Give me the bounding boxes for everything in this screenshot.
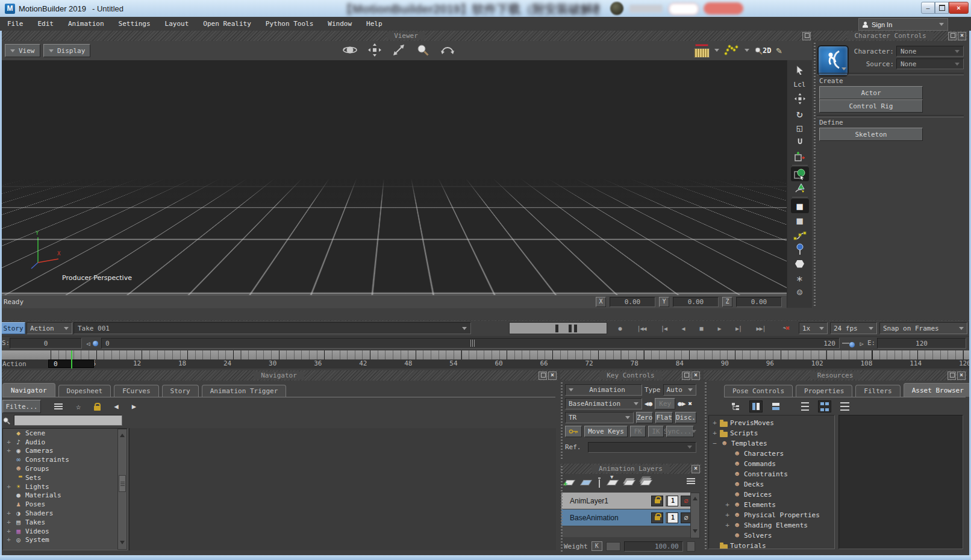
orbit-camera-icon[interactable] — [342, 43, 358, 57]
actor-button[interactable]: Actor — [819, 86, 923, 99]
tree-item-groups[interactable]: ☻Groups — [3, 464, 127, 473]
channel-dropdown[interactable]: TR — [565, 412, 634, 423]
asset-tree[interactable]: +PrevisMoves +Scripts −☻Templates ☻Chara… — [708, 415, 835, 549]
range-left-arrow[interactable]: ◁ — [84, 338, 92, 349]
dock-icon[interactable] — [682, 372, 690, 380]
previous-key-button[interactable]: |◀ — [655, 322, 672, 334]
tree-item-shaders[interactable]: +◑Shaders — [3, 509, 127, 518]
expander[interactable]: + — [6, 447, 11, 455]
expander[interactable]: + — [6, 518, 11, 526]
axis-x-value[interactable]: 0.00 — [610, 297, 655, 307]
scroll-down-icon[interactable] — [693, 529, 698, 535]
back-icon[interactable]: ◀ — [114, 402, 118, 411]
snap-mode-dropdown[interactable]: Snap on Frames — [879, 322, 967, 334]
asset-item-commands[interactable]: ☻Commands — [709, 459, 834, 469]
tree-item-system[interactable]: +◎System — [3, 536, 127, 545]
tree-item-lights[interactable]: +☀Lights — [3, 482, 127, 491]
details-view-icon[interactable] — [838, 401, 851, 412]
cube-solid-icon[interactable]: ■ — [791, 199, 809, 213]
stop-button[interactable]: ■ — [694, 322, 708, 334]
scale-tool-icon[interactable]: ◱ — [791, 120, 809, 135]
loop-off-button[interactable]: ↷ ✖ — [777, 322, 795, 334]
tree-item-videos[interactable]: +▦Videos — [3, 527, 127, 536]
navigator-search-input[interactable] — [14, 415, 122, 426]
polygon-tool-icon[interactable] — [791, 257, 809, 271]
asset-item-prevismoves[interactable]: +PrevisMoves — [709, 418, 834, 428]
null-object-icon[interactable]: ∗ — [791, 271, 809, 285]
layer-lock-icon[interactable] — [651, 512, 663, 523]
playback-speed-dropdown[interactable]: 1x — [799, 322, 828, 334]
view-button[interactable]: View — [5, 44, 40, 57]
tab-properties[interactable]: Properties — [796, 385, 852, 397]
menu-layout[interactable]: Layout — [158, 20, 196, 28]
character-controls-header[interactable]: Character Controls × — [813, 31, 967, 41]
timeline-numbers-row[interactable]: Action 0 6 12 18 24 30 36 42 48 54 60 66… — [0, 359, 971, 369]
close-icon[interactable]: × — [957, 372, 966, 380]
blurred-follow-button[interactable] — [704, 2, 743, 14]
disc-button[interactable]: Disc. — [675, 412, 696, 423]
panel-drag-handle[interactable] — [561, 382, 563, 461]
asset-item-characters[interactable]: ☻Characters — [709, 449, 834, 459]
panel-drag-handle[interactable] — [814, 43, 816, 308]
asset-item-constraints[interactable]: ☻Constraints — [709, 469, 834, 479]
record-button[interactable]: ● — [612, 322, 628, 334]
tab-fcurves[interactable]: FCurves — [114, 385, 158, 397]
merge-all-layers-icon[interactable] — [642, 479, 651, 487]
zoom-slider-handle[interactable] — [849, 342, 855, 347]
manipulator-tool-icon[interactable] — [791, 149, 809, 164]
dolly-camera-icon[interactable] — [392, 43, 406, 57]
merge-layers-icon[interactable] — [625, 479, 634, 487]
character-representation-icon[interactable] — [817, 45, 849, 76]
cube-wire-icon[interactable]: ■ — [791, 213, 809, 228]
character-dropdown[interactable]: None — [896, 46, 964, 57]
timecode-display[interactable] — [509, 322, 607, 334]
list-options-icon[interactable] — [54, 403, 63, 409]
tree-item-poses[interactable]: ♟Poses — [3, 500, 127, 509]
navigator-header[interactable]: Navigator × — [0, 370, 558, 381]
expander[interactable]: − — [712, 440, 717, 447]
delete-key-icon[interactable]: ✖ — [688, 400, 693, 408]
close-icon[interactable]: × — [548, 372, 557, 380]
viewport-3d[interactable]: Y X Producer Perspective — [0, 60, 787, 295]
splitter[interactable] — [129, 428, 130, 550]
key-controls-header[interactable]: Key Controls × — [560, 370, 701, 381]
flat-button[interactable]: Flat — [655, 412, 673, 423]
scroll-thumb[interactable] — [119, 475, 126, 492]
layer-list-empty-area[interactable] — [561, 526, 692, 537]
tree-item-takes[interactable]: +▤Takes — [3, 518, 127, 527]
filters-button[interactable]: Filte... — [2, 400, 41, 413]
scroll-up-icon[interactable] — [120, 431, 125, 437]
tab-story[interactable]: Story — [162, 385, 199, 397]
control-rig-button[interactable]: Control Rig — [819, 99, 923, 113]
blurred-badge[interactable] — [669, 3, 699, 15]
tree-item-constraints[interactable]: ∞Constraints — [3, 455, 127, 464]
anim-layer-dropdown[interactable]: BaseAnimation — [565, 398, 642, 409]
list-view-icon[interactable] — [799, 401, 811, 412]
zoom-camera-icon[interactable] — [416, 43, 430, 57]
next-key-button[interactable]: ▶| — [730, 322, 747, 334]
chevron-down-icon[interactable] — [745, 49, 749, 54]
tree-item-cameras[interactable]: +◉Cameras — [3, 447, 127, 456]
translate-tool-icon[interactable] — [791, 92, 809, 106]
source-dropdown[interactable]: None — [896, 58, 964, 69]
weight-slider-handle[interactable] — [606, 542, 620, 551]
display-button[interactable]: Display — [43, 44, 90, 57]
action-mode-dropdown[interactable]: Action — [27, 322, 72, 334]
menu-settings[interactable]: Settings — [111, 20, 158, 28]
draw-tool-icon[interactable]: ✎ — [776, 45, 782, 56]
layer-row-animlayer1[interactable]: AnimLayer1 1 ∅ — [561, 493, 692, 509]
tree-item-scene[interactable]: ◆Scene — [3, 429, 127, 438]
sign-in-button[interactable]: Sign In — [858, 18, 948, 31]
axis-y-value[interactable]: 0.00 — [673, 297, 719, 307]
character-face-icon[interactable]: ☺ — [791, 285, 809, 300]
expander[interactable]: + — [712, 429, 717, 437]
navigator-detail-pane[interactable] — [131, 428, 556, 550]
zero-button[interactable]: Zero — [636, 412, 654, 423]
key-lock-button[interactable] — [565, 426, 582, 437]
maximize-button[interactable] — [935, 2, 949, 14]
story-toggle-button[interactable]: Story — [1, 322, 25, 334]
zoom-2d-icon[interactable]: 2D — [754, 46, 771, 55]
tab-pose-controls[interactable]: Pose Controls — [724, 385, 793, 397]
key-button[interactable]: Key — [655, 398, 675, 409]
key-type-dropdown[interactable]: Auto — [663, 384, 697, 396]
